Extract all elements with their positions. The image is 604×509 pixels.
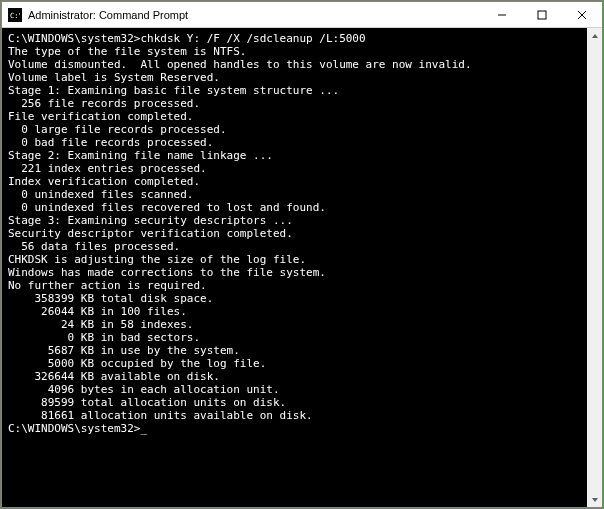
output-line: Stage 2: Examining file name linkage ... — [8, 149, 581, 162]
output-line: Security descriptor verification complet… — [8, 227, 581, 240]
prompt: C:\WINDOWS\system32> — [8, 422, 140, 435]
scroll-up-button[interactable] — [587, 28, 602, 43]
output-line: 5000 KB occupied by the log file. — [8, 357, 581, 370]
console-output[interactable]: C:\WINDOWS\system32>chkdsk Y: /F /X /sdc… — [2, 28, 587, 507]
output-line: 326644 KB available on disk. — [8, 370, 581, 383]
close-button[interactable] — [562, 2, 602, 27]
output-line: 26044 KB in 100 files. — [8, 305, 581, 318]
output-line: CHKDSK is adjusting the size of the log … — [8, 253, 581, 266]
maximize-button[interactable] — [522, 2, 562, 27]
window-title: Administrator: Command Prompt — [28, 9, 482, 21]
output-line: 81661 allocation units available on disk… — [8, 409, 581, 422]
output-line: 0 unindexed files scanned. — [8, 188, 581, 201]
output-line: Volume dismounted. All opened handles to… — [8, 58, 581, 71]
output-line: 5687 KB in use by the system. — [8, 344, 581, 357]
output-line: No further action is required. — [8, 279, 581, 292]
scrollbar-track[interactable] — [587, 43, 602, 492]
output-line: Stage 3: Examining security descriptors … — [8, 214, 581, 227]
output-line: 56 data files processed. — [8, 240, 581, 253]
output-line: 221 index entries processed. — [8, 162, 581, 175]
output-line: 4096 bytes in each allocation unit. — [8, 383, 581, 396]
output-line: 89599 total allocation units on disk. — [8, 396, 581, 409]
output-line: 0 bad file records processed. — [8, 136, 581, 149]
svg-rect-2 — [538, 11, 546, 19]
output-line: File verification completed. — [8, 110, 581, 123]
cmd-icon: C:\ — [8, 8, 22, 22]
output-line: 24 KB in 58 indexes. — [8, 318, 581, 331]
output-line: Stage 1: Examining basic file system str… — [8, 84, 581, 97]
cursor[interactable]: _ — [140, 422, 147, 435]
output-line: 0 KB in bad sectors. — [8, 331, 581, 344]
svg-marker-5 — [592, 34, 598, 38]
output-line: Volume label is System Reserved. — [8, 71, 581, 84]
output-line: 0 unindexed files recovered to lost and … — [8, 201, 581, 214]
output-line: 358399 KB total disk space. — [8, 292, 581, 305]
minimize-button[interactable] — [482, 2, 522, 27]
output-line: The type of the file system is NTFS. — [8, 45, 581, 58]
scroll-down-button[interactable] — [587, 492, 602, 507]
svg-text:C:\: C:\ — [10, 12, 20, 19]
vertical-scrollbar[interactable] — [587, 28, 602, 507]
output-line: C:\WINDOWS\system32>chkdsk Y: /F /X /sdc… — [8, 32, 581, 45]
command-prompt-window: C:\ Administrator: Command Prompt C:\WIN… — [1, 1, 603, 508]
titlebar[interactable]: C:\ Administrator: Command Prompt — [2, 2, 602, 28]
window-controls — [482, 2, 602, 27]
output-line: 256 file records processed. — [8, 97, 581, 110]
output-line: Index verification completed. — [8, 175, 581, 188]
svg-marker-6 — [592, 498, 598, 502]
output-line: 0 large file records processed. — [8, 123, 581, 136]
output-line: Windows has made corrections to the file… — [8, 266, 581, 279]
console-area: C:\WINDOWS\system32>chkdsk Y: /F /X /sdc… — [2, 28, 602, 507]
